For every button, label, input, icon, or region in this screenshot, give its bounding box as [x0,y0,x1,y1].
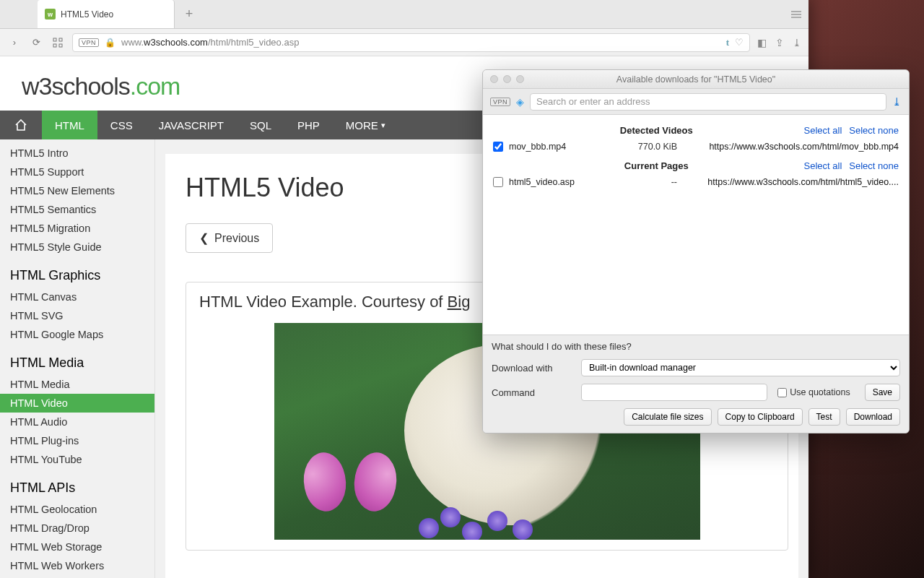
video-checkbox[interactable] [493,142,503,152]
sidebar-item[interactable]: HTML YouTube [0,450,154,469]
vpn-badge: VPN [79,38,99,47]
lock-icon: 🔒 [105,38,116,48]
nav-more[interactable]: MORE [333,111,398,139]
sidebar-item[interactable]: HTML Audio [0,413,154,431]
sidebar-item[interactable]: HTML Google Maps [0,325,154,344]
use-quotations-checkbox[interactable] [777,388,787,397]
svg-rect-3 [59,44,62,47]
vpn-badge-small: VPN [490,98,510,106]
test-button[interactable]: Test [808,408,840,426]
sidebar-item[interactable]: HTML Video [0,394,154,413]
panel-search-row: VPN ◈ Search or enter an address ⤓ [483,89,909,115]
tab-title: HTML5 Video [61,9,113,20]
video-name: mov_bbb.mp4 [509,142,621,152]
sidebar-item[interactable]: HTML Canvas [0,288,154,306]
page-size: -- [627,177,677,187]
sidebar-item[interactable]: HTML Web Workers [0,556,154,575]
nav-html[interactable]: HTML [42,111,97,139]
url-toolbar: › ⟳ VPN 🔒 www.w3schools.com/html/html5_v… [0,29,808,56]
panel-titlebar[interactable]: Available downloads for "HTML5 Video" [483,70,909,89]
download-with-label: Download with [492,363,571,374]
calculate-button[interactable]: Calculate file sizes [624,408,711,426]
download-panel: Available downloads for "HTML5 Video" VP… [482,69,910,434]
sidebar-group-media: HTML Media [0,344,154,375]
command-input[interactable] [581,384,767,401]
section-current-pages: Current Pages Select all Select none [493,160,899,171]
sidebar-item[interactable]: HTML Media [0,375,154,394]
download-icon[interactable]: ⤓ [892,95,902,108]
page-name: html5_video.asp [509,177,621,187]
svg-rect-1 [59,38,62,41]
copy-clipboard-button[interactable]: Copy to Clipboard [718,408,803,426]
sidebar-item[interactable]: HTML5 Style Guide [0,238,154,256]
videos-select-all[interactable]: Select all [804,125,842,136]
page-url: https://www.w3schools.com/html/html5_vid… [683,177,899,187]
translate-icon[interactable]: t [726,37,729,48]
nav-home[interactable] [0,111,42,139]
pages-select-none[interactable]: Select none [849,160,899,171]
save-button[interactable]: Save [865,384,900,401]
panel-search-input[interactable]: Search or enter an address [530,93,886,111]
sidebar-item[interactable]: HTML Drag/Drop [0,519,154,538]
sidebar-group-graphics: HTML Graphics [0,256,154,288]
panel-body: Detected Videos Select all Select none m… [483,115,909,335]
panel-footer: What should I do with these files? Downl… [483,335,909,433]
pages-select-all[interactable]: Select all [804,160,842,171]
svg-rect-0 [53,38,56,41]
extension-icon[interactable]: ◧ [757,37,767,48]
sidebar-item[interactable]: HTML5 New Elements [0,181,154,200]
site-logo[interactable]: w3schools.com [22,72,180,100]
page-row: html5_video.asp -- https://www.w3schools… [493,177,899,187]
use-quotations-toggle[interactable]: Use quotations [777,387,850,397]
section-detected-videos: Detected Videos Select all Select none [493,125,899,136]
video-url: https://www.w3schools.com/html/mov_bbb.m… [683,142,899,152]
window-controls[interactable] [483,75,531,83]
command-label: Command [492,387,571,398]
sidebar-item[interactable]: HTML Web Storage [0,538,154,556]
sidebar-item[interactable]: HTML5 Migration [0,219,154,238]
nav-sql[interactable]: SQL [237,111,284,139]
panel-title: Available downloads for "HTML5 Video" [483,74,909,85]
forward-button[interactable]: › [7,37,22,48]
downloads-icon[interactable]: ⤓ [793,37,801,48]
nav-css[interactable]: CSS [97,111,146,139]
tab-menu-button[interactable] [784,0,808,28]
reload-button[interactable]: ⟳ [29,37,43,48]
page-checkbox[interactable] [493,177,503,187]
url-text: www.w3schools.com/html/html5_video.asp [121,37,299,48]
tab-bar: w HTML5 Video + [0,0,808,29]
nav-javascript[interactable]: JAVASCRIPT [146,111,237,139]
url-field[interactable]: VPN 🔒 www.w3schools.com/html/html5_video… [72,33,750,52]
video-size: 770.0 KiB [627,142,677,152]
favicon-icon: w [45,9,56,20]
sidebar-item[interactable]: HTML SVG [0,306,154,325]
videos-select-none[interactable]: Select none [849,125,899,136]
sidebar: HTML5 IntroHTML5 SupportHTML5 New Elemen… [0,139,155,578]
tab-active[interactable]: w HTML5 Video [38,0,175,28]
cube-icon[interactable]: ◈ [516,96,524,108]
sidebar-item[interactable]: HTML Plug-ins [0,431,154,450]
previous-button[interactable]: ❮ Previous [186,223,273,253]
toolbar-right: ◧ ⇪ ⤓ [757,37,801,48]
sidebar-item[interactable]: HTML Geolocation [0,500,154,519]
new-tab-button[interactable]: + [175,0,204,28]
share-icon[interactable]: ⇪ [775,37,784,48]
heart-icon[interactable]: ♡ [735,37,744,48]
footer-question: What should I do with these files? [492,341,900,352]
sidebar-group-apis: HTML APIs [0,469,154,500]
download-with-select[interactable]: Built-in download manager [581,359,900,376]
chevron-left-icon: ❮ [199,231,209,245]
nav-php[interactable]: PHP [284,111,333,139]
download-button[interactable]: Download [846,408,900,426]
sidebar-item[interactable]: HTML5 Semantics [0,200,154,219]
video-row: mov_bbb.mp4 770.0 KiB https://www.w3scho… [493,142,899,152]
sidebar-item[interactable]: HTML5 Intro [0,144,154,163]
sidebar-item[interactable]: HTML5 Support [0,163,154,181]
speed-dial-button[interactable] [51,38,65,48]
svg-rect-2 [53,44,56,47]
